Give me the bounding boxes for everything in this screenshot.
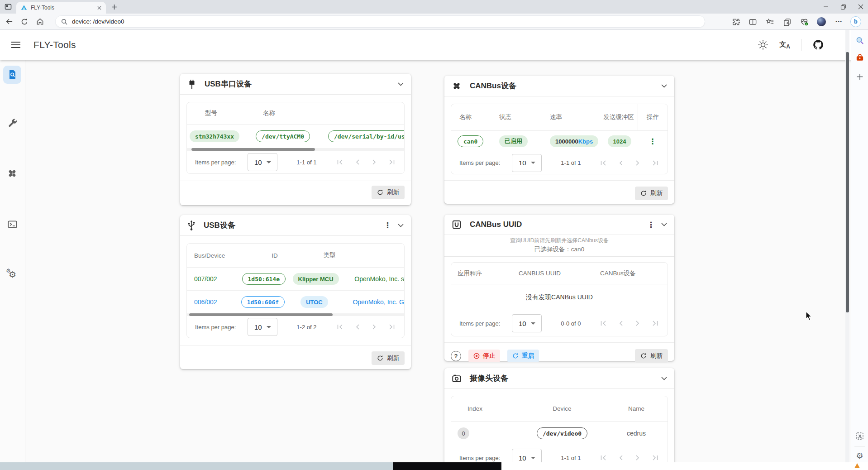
address-bar[interactable]: device: /dev/video0: [55, 15, 705, 28]
next-page-icon[interactable]: [635, 160, 640, 166]
refresh-button[interactable]: 刷新: [372, 186, 405, 199]
chevron-down-icon[interactable]: [661, 84, 667, 88]
extensions-icon[interactable]: [730, 16, 741, 27]
browser-tab[interactable]: FLY-Tools: [16, 2, 106, 14]
col-header-name: 名称: [451, 113, 499, 121]
page-size-select[interactable]: 10: [512, 314, 542, 332]
canbus-uuid-card-header[interactable]: CANBus UUID ⋮: [444, 215, 674, 235]
next-page-icon[interactable]: [635, 455, 640, 460]
caret-down-icon: [267, 326, 271, 328]
tab-close-icon[interactable]: [97, 6, 101, 10]
horizontal-scrollbar[interactable]: [187, 313, 404, 316]
first-page-icon[interactable]: [337, 324, 343, 330]
back-icon[interactable]: [4, 16, 14, 27]
horizontal-scrollbar[interactable]: [187, 148, 404, 151]
refresh-button[interactable]: 刷新: [372, 351, 405, 365]
sidebar-settings-gear-icon[interactable]: ⚙: [856, 451, 863, 461]
page-size-select[interactable]: 10: [248, 153, 277, 171]
close-button[interactable]: [858, 4, 863, 10]
camera-card-header[interactable]: 摄像头设备: [444, 368, 674, 389]
camera-card: 摄像头设备 Index Device Name 0 /dev/video0 ce…: [444, 368, 674, 470]
edge-sidebar: ⚙: [851, 30, 868, 470]
rail-item-tools[interactable]: [3, 114, 21, 132]
prev-page-icon[interactable]: [619, 321, 623, 326]
last-page-icon[interactable]: [389, 324, 395, 330]
sidebar-shopping-icon[interactable]: [855, 53, 864, 62]
favorites-icon[interactable]: [764, 16, 775, 27]
prev-page-icon[interactable]: [355, 324, 360, 330]
first-page-icon[interactable]: [600, 455, 606, 460]
empty-state-text: 没有发现CANBus UUID: [451, 284, 668, 311]
new-tab-icon[interactable]: [111, 4, 117, 10]
restore-button[interactable]: [840, 4, 846, 10]
card-kebab-icon[interactable]: ⋮: [377, 221, 398, 229]
profile-avatar[interactable]: [816, 16, 827, 27]
caret-down-icon: [531, 457, 535, 459]
chevron-down-icon[interactable]: [398, 224, 404, 227]
translate-icon[interactable]: 文A: [779, 40, 790, 50]
usb-card-header[interactable]: USB设备 ⋮: [180, 215, 411, 236]
sidebar-add-icon[interactable]: [856, 73, 863, 80]
last-page-icon[interactable]: [652, 160, 658, 166]
last-page-icon[interactable]: [652, 321, 658, 326]
refresh-button[interactable]: 刷新: [635, 349, 668, 363]
col-header-app: 应用程序: [451, 269, 519, 278]
stop-button[interactable]: 停止: [468, 350, 500, 362]
wrench-icon: [7, 118, 18, 128]
first-page-icon[interactable]: [600, 160, 606, 166]
prev-page-icon[interactable]: [619, 160, 623, 166]
page-size-select[interactable]: 10: [512, 154, 542, 172]
last-page-icon[interactable]: [652, 455, 658, 460]
menu-hamburger-icon[interactable]: [11, 41, 21, 48]
browser-essentials-icon[interactable]: [799, 16, 810, 27]
page-size-select[interactable]: 10: [248, 318, 277, 336]
usb-row: 006/002 1d50:606f UTOC OpenMoko, Inc. G: [187, 290, 404, 313]
page-scrollbar[interactable]: [845, 30, 849, 470]
bing-copilot-icon[interactable]: b: [850, 16, 861, 27]
help-icon[interactable]: ?: [451, 351, 461, 361]
col-header-buffer: 发送缓冲区: [600, 113, 638, 121]
url-text[interactable]: device: /dev/video0: [72, 18, 124, 25]
last-page-icon[interactable]: [389, 159, 395, 165]
col-header-bus: Bus/Device: [187, 252, 249, 259]
split-screen-icon[interactable]: [747, 16, 758, 27]
usb-serial-card-header[interactable]: USB串口设备: [180, 74, 411, 95]
scrollbar-thumb[interactable]: [846, 52, 849, 312]
next-page-icon[interactable]: [372, 324, 377, 330]
canbus-card-header[interactable]: CANBus设备: [444, 76, 674, 96]
prev-page-icon[interactable]: [355, 159, 360, 165]
page-range: 1-1 of 1: [561, 159, 581, 166]
minimize-button[interactable]: [823, 4, 829, 10]
rail-item-terminal[interactable]: [3, 215, 21, 233]
first-page-icon[interactable]: [337, 159, 343, 165]
next-page-icon[interactable]: [372, 159, 377, 165]
chevron-down-icon[interactable]: [661, 223, 667, 226]
prev-page-icon[interactable]: [619, 455, 623, 460]
rail-item-device-query[interactable]: [3, 66, 21, 84]
restart-button[interactable]: 重启: [507, 350, 539, 362]
refresh-icon[interactable]: [19, 16, 30, 27]
row-actions-kebab-icon[interactable]: ⋮: [643, 138, 663, 145]
usb-type-chip: Klipper MCU: [293, 273, 339, 285]
pagination: Items per page: 10 1-2 of 2: [187, 316, 404, 338]
model-chip: stm32h743xx: [190, 130, 239, 142]
sidebar-screenshot-icon[interactable]: [856, 432, 864, 440]
settings-more-icon[interactable]: ⋯: [833, 16, 844, 27]
refresh-button[interactable]: 刷新: [635, 187, 668, 200]
chevron-down-icon[interactable]: [661, 377, 667, 380]
first-page-icon[interactable]: [600, 321, 606, 326]
next-page-icon[interactable]: [635, 321, 640, 326]
col-header-rate: 速率: [550, 113, 600, 121]
card-kebab-icon[interactable]: ⋮: [641, 221, 661, 229]
rail-item-canbus[interactable]: [3, 164, 21, 182]
rail-item-settings[interactable]: ⚙⚙: [3, 266, 21, 284]
theme-toggle-icon[interactable]: [758, 39, 768, 50]
page-range: 1-1 of 1: [296, 159, 316, 166]
chevron-down-icon[interactable]: [398, 82, 404, 86]
tab-workspaces-icon[interactable]: [5, 3, 12, 10]
collections-icon[interactable]: [782, 16, 792, 27]
github-icon[interactable]: [812, 39, 824, 51]
home-icon[interactable]: [34, 16, 45, 27]
sidebar-search-icon[interactable]: [855, 36, 864, 45]
col-header-id: ID: [249, 252, 300, 259]
